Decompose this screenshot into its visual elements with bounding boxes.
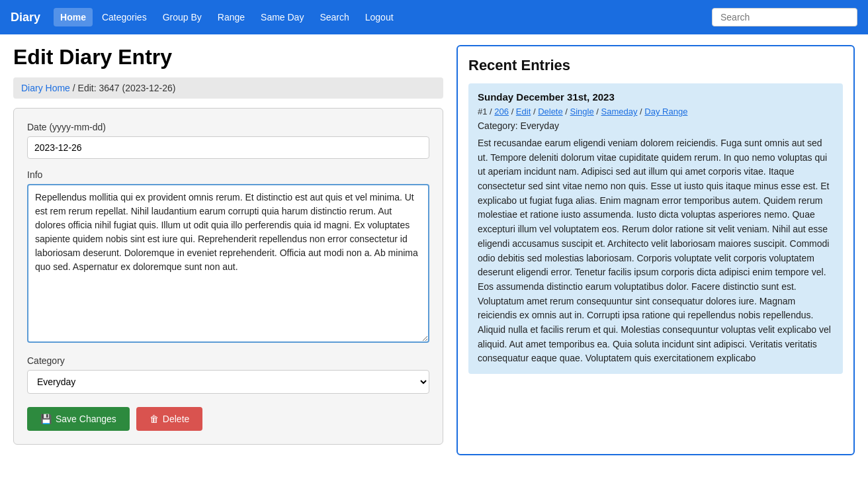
breadcrumb-current: Edit: 3647 (2023-12-26) xyxy=(78,83,176,93)
main-container: Edit Diary Entry Diary Home / Edit: 3647… xyxy=(0,34,868,466)
delete-button[interactable]: 🗑 Delete xyxy=(136,407,202,431)
navbar: Diary Home Categories Group By Range Sam… xyxy=(0,0,868,34)
left-panel: Edit Diary Entry Diary Home / Edit: 3647… xyxy=(13,45,443,455)
entry-count-link[interactable]: 206 xyxy=(494,107,509,116)
nav-groupby[interactable]: Group By xyxy=(156,8,208,26)
entry-edit-link[interactable]: Edit xyxy=(516,107,531,116)
date-group: Date (yyyy-mm-dd) xyxy=(27,122,429,159)
recent-title: Recent Entries xyxy=(468,57,843,74)
category-select[interactable]: Everyday Work Personal Health Travel xyxy=(27,370,429,394)
entries-scroll[interactable]: Sunday December 31st, 2023 #1 / 206 / Ed… xyxy=(468,83,843,443)
edit-form-card: Date (yyyy-mm-dd) Info Repellendus molli… xyxy=(13,108,443,445)
save-label: Save Changes xyxy=(56,414,116,424)
entry-category: Category: Everyday xyxy=(478,120,834,131)
breadcrumb-home[interactable]: Diary Home xyxy=(21,83,70,93)
info-label: Info xyxy=(27,169,429,180)
nav-brand: Diary xyxy=(11,11,40,24)
entry-links: #1 / 206 / Edit / Delete / Single / Same… xyxy=(478,107,834,116)
entry-dayrange-link[interactable]: Day Range xyxy=(644,107,687,116)
delete-label: Delete xyxy=(163,414,189,424)
nav-links: Home Categories Group By Range Same Day … xyxy=(54,8,712,26)
sep4: / xyxy=(596,107,601,116)
sep3: / xyxy=(565,107,570,116)
entry-text: Est recusandae earum eligendi veniam dol… xyxy=(478,136,834,366)
category-label: Category xyxy=(27,355,429,366)
entry-single-link[interactable]: Single xyxy=(570,107,594,116)
page-title: Edit Diary Entry xyxy=(13,45,443,69)
date-input[interactable] xyxy=(27,136,429,159)
info-textarea[interactable]: Repellendus mollitia qui ex provident om… xyxy=(27,184,429,343)
delete-icon: 🗑 xyxy=(150,414,159,424)
save-icon: 💾 xyxy=(40,414,52,424)
entry-delete-link[interactable]: Delete xyxy=(538,107,563,116)
save-button[interactable]: 💾 Save Changes xyxy=(27,407,130,431)
recent-entries-card: Recent Entries Sunday December 31st, 202… xyxy=(456,45,855,455)
entry-number: #1 / xyxy=(478,107,494,116)
info-group: Info Repellendus mollitia qui ex provide… xyxy=(27,169,429,345)
entry-sameday-link[interactable]: Sameday xyxy=(601,107,638,116)
category-group: Category Everyday Work Personal Health T… xyxy=(27,355,429,394)
nav-search[interactable]: Search xyxy=(313,8,355,26)
search-input[interactable] xyxy=(712,8,857,26)
form-buttons: 💾 Save Changes 🗑 Delete xyxy=(27,407,429,431)
nav-search-box xyxy=(712,8,857,26)
entry-item: Sunday December 31st, 2023 #1 / 206 / Ed… xyxy=(468,83,843,374)
date-label: Date (yyyy-mm-dd) xyxy=(27,122,429,132)
sep1: / xyxy=(511,107,516,116)
breadcrumb-separator: / xyxy=(73,83,78,93)
category-select-wrapper: Everyday Work Personal Health Travel xyxy=(27,370,429,394)
nav-categories[interactable]: Categories xyxy=(95,8,153,26)
entry-date: Sunday December 31st, 2023 xyxy=(478,91,834,103)
breadcrumb: Diary Home / Edit: 3647 (2023-12-26) xyxy=(13,77,443,99)
nav-home[interactable]: Home xyxy=(54,8,93,26)
right-panel: Recent Entries Sunday December 31st, 202… xyxy=(456,45,855,455)
nav-logout[interactable]: Logout xyxy=(359,8,400,26)
nav-sameday[interactable]: Same Day xyxy=(254,8,310,26)
nav-range[interactable]: Range xyxy=(211,8,251,26)
